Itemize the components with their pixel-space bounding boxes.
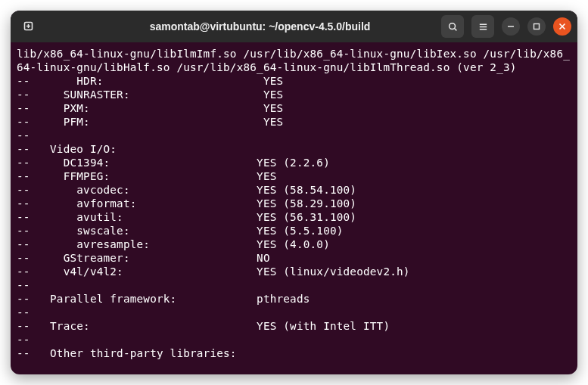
maximize-icon	[533, 23, 540, 30]
window-title: samontab@virtubuntu: ~/opencv-4.5.0/buil…	[97, 20, 423, 33]
minimize-button[interactable]	[502, 17, 520, 36]
terminal-body[interactable]: lib/x86_64-linux-gnu/libIlmImf.so /usr/l…	[11, 42, 577, 374]
close-icon	[558, 23, 566, 30]
titlebar: samontab@virtubuntu: ~/opencv-4.5.0/buil…	[11, 11, 577, 42]
svg-point-1	[449, 23, 455, 29]
search-button[interactable]	[441, 15, 464, 38]
new-tab-icon	[23, 20, 35, 33]
titlebar-right	[428, 15, 571, 38]
search-icon	[447, 21, 459, 33]
minimize-icon	[507, 23, 515, 30]
titlebar-left	[17, 15, 92, 38]
menu-button[interactable]	[471, 15, 494, 38]
maximize-button[interactable]	[527, 17, 546, 36]
terminal-lines: -- HDR: YES -- SUNRASTER: YES -- PXM: YE…	[17, 74, 571, 360]
terminal-wrapped-line: lib/x86_64-linux-gnu/libIlmImf.so /usr/l…	[17, 47, 571, 74]
close-button[interactable]	[553, 17, 571, 36]
terminal-window: samontab@virtubuntu: ~/opencv-4.5.0/buil…	[11, 11, 577, 374]
svg-rect-2	[534, 24, 540, 29]
hamburger-icon	[478, 21, 489, 33]
new-tab-button[interactable]	[17, 15, 41, 38]
